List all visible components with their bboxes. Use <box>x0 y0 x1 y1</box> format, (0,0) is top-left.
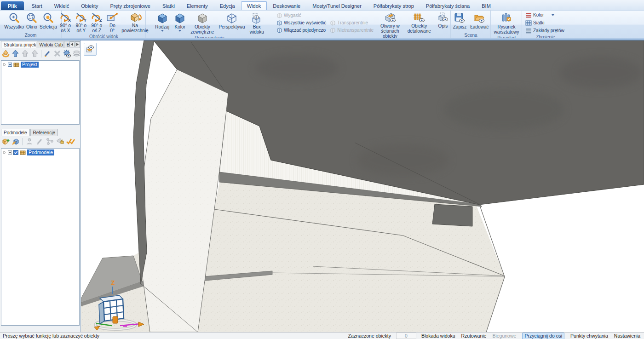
panel-icon <box>276 20 282 26</box>
tab-scroll-left-button[interactable] <box>69 41 75 47</box>
projection-toggle[interactable]: Rzutowanie <box>461 333 487 339</box>
show-all-button[interactable]: Wszystkie wyświetlić <box>276 19 326 26</box>
detailed-objects-icon <box>413 12 426 23</box>
tab-plik[interactable]: Plik <box>1 1 24 10</box>
collapse-box-icon[interactable] <box>8 63 12 67</box>
snap-to-axis-toggle[interactable]: Przyciągnij do osi <box>522 333 564 339</box>
bar-laps-button[interactable]: Zakłady prętów <box>525 27 564 34</box>
tab-mosty-tunel-designer[interactable]: Mosty/Tunel Designer <box>306 1 368 10</box>
layers-disabled-icon <box>72 49 80 58</box>
user-disabled-icon <box>25 137 34 146</box>
insert-model-icon[interactable] <box>1 49 10 58</box>
tab-widok[interactable]: Widok <box>241 1 267 10</box>
import-submodel-icon[interactable] <box>12 137 20 146</box>
rotate-90-z-button[interactable]: Z 90° ooś Z <box>89 11 104 34</box>
meshes-icon <box>525 20 532 26</box>
viewport-visibility-button[interactable] <box>84 43 97 56</box>
move-up-icon[interactable] <box>11 49 19 58</box>
tab-elementy[interactable]: Elementy <box>181 1 214 10</box>
edit-disabled-icon <box>35 137 44 146</box>
workshop-drawing-icon <box>500 12 512 24</box>
description-button[interactable]: Opis <box>436 11 450 29</box>
project-toolbar <box>0 48 80 59</box>
group-title-zoom: Zoom <box>0 32 61 38</box>
tab-scroll-right-button[interactable] <box>75 41 80 47</box>
detailed-objects-button[interactable]: Obiektydetalowane <box>407 11 432 34</box>
panel-icon <box>330 20 336 26</box>
tree-item-podmodele[interactable]: Podmodele <box>1 149 79 156</box>
representation-color-button[interactable]: Kolor <box>173 11 187 32</box>
dropdown-caret <box>161 30 164 32</box>
rotate-90-x-button[interactable]: X 90° ooś X <box>58 11 73 34</box>
representation-type-button[interactable]: Rodzaj <box>154 11 170 32</box>
scene-save-button[interactable]: Zapisz <box>452 11 467 30</box>
tab-edycja[interactable]: Edycja <box>214 1 241 10</box>
add-submodel-icon[interactable] <box>1 137 10 146</box>
checkbox-checked-icon[interactable] <box>13 150 18 155</box>
rotate-to-0-button[interactable]: Do0° <box>105 11 120 34</box>
meshes-button[interactable]: Siatki <box>525 19 544 26</box>
tab-referencje[interactable]: Referencje <box>30 129 58 136</box>
arrow-left-icon <box>71 43 73 46</box>
tree-item-label: Podmodele <box>27 149 54 155</box>
expander-icon[interactable] <box>3 63 6 67</box>
tab-siatki[interactable]: Siatki <box>156 1 181 10</box>
edit-pencil-icon[interactable] <box>43 49 52 58</box>
scene-load-button[interactable]: Ładować <box>469 11 489 30</box>
view-lock-toggle[interactable]: Blokada widoku <box>421 333 455 339</box>
selected-objects-label: Zaznaczone obiekty <box>348 333 391 339</box>
rotate-to-surface-button[interactable]: Napowierzchnię <box>121 11 149 34</box>
zoom-all-button[interactable]: Wszystko <box>3 11 25 30</box>
zoom-all-icon <box>8 12 20 24</box>
svg-text:Y: Y <box>84 18 86 23</box>
origin-marker <box>113 316 118 323</box>
snap-points-toggle[interactable]: Punkty chwytania <box>570 333 608 339</box>
wall-openings-button[interactable]: Otwory wścianach obiekty <box>377 11 402 39</box>
settings-button[interactable]: Nastawienia <box>614 333 640 339</box>
apply-checks-icon[interactable] <box>66 137 76 146</box>
rotate-90-y-button[interactable]: Y 90° ooś Y <box>74 11 88 34</box>
perspective-button[interactable]: Perspektywa <box>218 11 246 30</box>
svg-text:X: X <box>68 18 71 23</box>
collapse-box-icon[interactable] <box>8 150 12 155</box>
project-tree: Projekt <box>1 60 80 125</box>
move-up-disabled-icon <box>21 49 29 58</box>
tree-item-projekt[interactable]: Projekt <box>1 61 79 68</box>
tab-struktura-projektu[interactable]: Struktura projektu <box>1 41 36 48</box>
model-viewport[interactable]: Z <box>81 40 644 332</box>
tab-deskowanie[interactable]: Deskowanie <box>267 1 306 10</box>
view-box-button[interactable]: Boxwidoku <box>249 11 265 35</box>
rebar-color-button[interactable]: Kolor <box>525 11 554 18</box>
submodels-tree: Podmodele <box>1 148 80 326</box>
zoom-window-button[interactable]: Okno <box>25 11 39 30</box>
tab-podmodele[interactable]: Podmodele <box>1 129 30 136</box>
wall-openings-icon <box>384 12 397 23</box>
rotate-y-icon: Y <box>75 12 87 23</box>
tab-wkleic[interactable]: Wkleić <box>48 1 75 10</box>
tab-obiekty[interactable]: Obiekty <box>75 1 104 10</box>
dropdown-caret <box>552 14 554 16</box>
tab-polfabrykaty-sciana[interactable]: Półfabrykaty ściana <box>420 1 476 10</box>
expander-icon[interactable] <box>3 150 6 155</box>
tab-widoki-cube[interactable]: Widoki Cube <box>37 41 63 48</box>
tab-start[interactable]: Start <box>26 1 48 10</box>
workshop-drawing-button[interactable]: Rysunekwarsztatowy <box>493 11 520 35</box>
visibility-gear-icon[interactable] <box>63 49 71 58</box>
visibility-eye-icon <box>86 45 95 54</box>
arrow-right-icon <box>76 43 79 46</box>
view-box-icon <box>251 12 263 24</box>
ribbon: Wszystko Okno Selekcja Zoom X 90° ooś X <box>0 11 644 38</box>
panel-icon <box>276 27 282 33</box>
opaque-button: Nietransparentnie <box>330 27 374 34</box>
tab-polfabrykaty-strop[interactable]: Półfabrykaty strop <box>368 1 420 10</box>
toolbar-separator <box>23 138 23 145</box>
zoom-selection-button[interactable]: Selekcja <box>39 11 58 30</box>
polar-toggle[interactable]: Biegunowe <box>492 333 516 339</box>
cube-wireframe-icon <box>226 12 238 24</box>
toolbar-separator <box>41 50 41 57</box>
enable-individually-button[interactable]: Włączać pojedynczo <box>276 27 326 34</box>
tab-prety-zbrojeniowe[interactable]: Pręty zbrojeniowe <box>104 1 156 10</box>
submodels-tabs: Podmodele Referencje <box>0 128 80 136</box>
external-objects-button[interactable]: Obiektyzewnętrzne <box>190 11 215 35</box>
tab-bim[interactable]: BIM <box>476 1 497 10</box>
